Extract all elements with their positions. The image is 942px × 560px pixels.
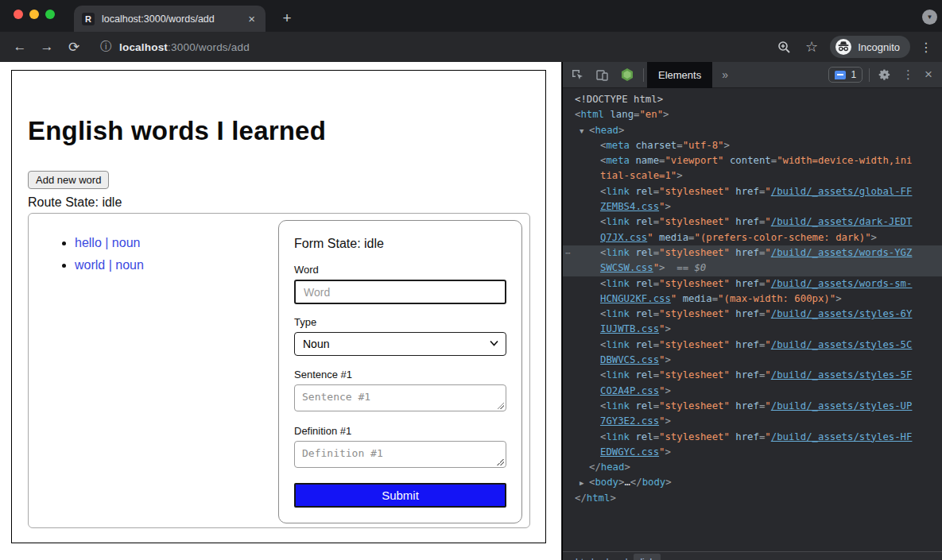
browser-tab[interactable]: R localhost:3000/words/add ×: [74, 6, 266, 32]
new-tab-button[interactable]: +: [277, 8, 297, 29]
dom-node[interactable]: EDWGYC.css">: [563, 445, 942, 460]
dom-node[interactable]: tial-scale=1">: [563, 168, 942, 183]
dom-node[interactable]: ▶<body>…</body>: [563, 475, 942, 490]
code-token-eq: =: [653, 369, 659, 380]
type-select[interactable]: Noun: [294, 332, 506, 356]
dom-node[interactable]: 7GY3E2.css">: [563, 414, 942, 429]
dom-tree[interactable]: <!DOCTYPE html><html lang="en">▼<head><m…: [563, 89, 942, 551]
url-host: localhost: [119, 41, 168, 53]
tab-close-icon[interactable]: ×: [246, 12, 258, 25]
code-token-tag: link: [606, 278, 630, 289]
code-token-attr: rel: [635, 186, 653, 197]
dom-node[interactable]: <html lang="en">: [563, 107, 942, 122]
remix-favicon-icon: R: [82, 13, 95, 25]
code-token-attr: href: [735, 339, 759, 350]
tab-search-button[interactable]: ▼: [922, 10, 937, 25]
dom-node[interactable]: CO2A4P.css">: [563, 384, 942, 399]
code-token-link: CO2A4P.css: [600, 385, 659, 396]
node-actions-icon[interactable]: ⋯: [565, 245, 570, 261]
devtools-settings-icon[interactable]: [873, 68, 897, 81]
dom-node[interactable]: DBWVCS.css">: [563, 353, 942, 368]
code-token-plain: …: [624, 477, 630, 488]
word-link[interactable]: hello | noun: [75, 236, 140, 249]
dom-node[interactable]: </html>: [563, 491, 942, 506]
code-token-val: "stylesheet": [659, 216, 730, 227]
expand-arrow-icon[interactable]: ▶: [580, 476, 589, 490]
word-input[interactable]: [294, 280, 506, 304]
code-token-link: /build/_assets/dark-JEDT: [771, 216, 913, 227]
definition-textarea[interactable]: Definition #1: [294, 441, 506, 468]
sentence-textarea[interactable]: Sentence #1: [294, 384, 506, 411]
browser-menu-icon[interactable]: ⋮: [920, 40, 932, 55]
code-token-attr: href: [735, 247, 759, 258]
dom-node[interactable]: ▼<head>: [563, 123, 942, 138]
url-path: :3000/words/add: [168, 41, 250, 53]
resize-grip-icon[interactable]: [497, 458, 504, 465]
code-token-punct: </: [589, 462, 601, 473]
add-new-word-button[interactable]: Add new word: [28, 171, 109, 189]
window-minimize-button[interactable]: [29, 10, 39, 19]
more-panels-icon[interactable]: »: [712, 68, 738, 81]
dom-node[interactable]: <link rel="stylesheet" href="/build/_ass…: [563, 214, 942, 230]
window-close-button[interactable]: [14, 10, 23, 19]
code-token-marker: == $0: [665, 262, 706, 273]
devtools-menu-icon[interactable]: ⋮: [897, 68, 920, 82]
code-token-val: "stylesheet": [659, 369, 730, 380]
address-bar[interactable]: localhost:3000/words/add: [119, 41, 250, 53]
collapse-arrow-icon[interactable]: ▼: [580, 124, 589, 138]
issues-counter[interactable]: 1: [828, 67, 863, 83]
word-list: hello | nounworld | noun: [75, 236, 144, 280]
incognito-label: Incognito: [858, 41, 900, 53]
dom-node[interactable]: <meta charset="utf-8">: [563, 138, 942, 153]
dom-node[interactable]: <link rel="stylesheet" href="/build/_ass…: [563, 399, 942, 414]
breadcrumb-item-head[interactable]: head: [600, 554, 634, 560]
submit-button[interactable]: Submit: [294, 483, 506, 508]
code-token-eq: =: [653, 308, 659, 319]
code-token-attr: href: [735, 400, 759, 411]
reload-button[interactable]: ⟳: [60, 39, 87, 56]
dom-node[interactable]: <link rel="stylesheet" href="/build/_ass…: [563, 184, 942, 199]
dom-node[interactable]: <link rel="stylesheet" href="/build/_ass…: [563, 276, 942, 292]
inspect-element-icon[interactable]: [563, 68, 590, 82]
code-token-val: "stylesheet": [659, 431, 730, 442]
code-token-punct: >: [665, 415, 670, 427]
dom-node[interactable]: IUJWTB.css">: [563, 322, 942, 337]
tab-elements[interactable]: Elements: [647, 62, 712, 88]
dom-node[interactable]: <link rel="stylesheet" href="/build/_ass…: [563, 368, 942, 383]
breadcrumb-item-link[interactable]: link: [634, 554, 661, 560]
zoom-page-icon[interactable]: [777, 41, 791, 54]
code-token-attr: content: [730, 155, 771, 166]
extension-hexagon-icon[interactable]: [614, 68, 640, 82]
dom-node[interactable]: </head>: [563, 460, 942, 475]
code-token-val: ": [765, 308, 770, 319]
dom-node-selected[interactable]: SWCSW.css"> == $0: [563, 261, 942, 276]
code-token-doc: <!DOCTYPE html>: [575, 94, 663, 105]
dom-node[interactable]: <!DOCTYPE html>: [563, 92, 942, 107]
code-token-attr: rel: [635, 431, 653, 442]
dom-node[interactable]: Q7JX.css" media="(prefers-color-scheme: …: [563, 230, 942, 245]
window-zoom-button[interactable]: [45, 10, 55, 19]
bookmark-star-icon[interactable]: ☆: [805, 38, 818, 56]
site-info-icon[interactable]: ⓘ: [100, 40, 111, 54]
code-token-attr: rel: [635, 339, 653, 350]
back-button[interactable]: ←: [6, 39, 33, 55]
device-toolbar-icon[interactable]: [590, 68, 614, 82]
dom-node[interactable]: <meta name="viewport" content="width=dev…: [563, 153, 942, 168]
dom-node[interactable]: <link rel="stylesheet" href="/build/_ass…: [563, 430, 942, 445]
word-link[interactable]: world | noun: [75, 258, 144, 272]
dom-node[interactable]: HCNGU2KF.css" media="(max-width: 600px)"…: [563, 292, 942, 307]
devtools-close-icon[interactable]: ×: [920, 67, 942, 83]
code-token-val: "en": [639, 109, 663, 120]
devtools-panel: Elements » 1 ⋮ × <!DOCTYPE html><html la…: [562, 62, 942, 560]
dom-node[interactable]: ZEMBS4.css">: [563, 199, 942, 214]
forward-button[interactable]: →: [33, 39, 60, 55]
code-token-attr: name: [635, 155, 659, 166]
dom-node[interactable]: <link rel="stylesheet" href="/build/_ass…: [563, 307, 942, 322]
resize-grip-icon[interactable]: [497, 402, 504, 409]
breadcrumb-item-html[interactable]: html: [569, 554, 600, 560]
dom-node[interactable]: <link rel="stylesheet" href="/build/_ass…: [563, 338, 942, 353]
code-token-link: /build/_assets/styles-5C: [771, 339, 913, 350]
code-token-val: ": [765, 247, 770, 258]
dom-node-selected[interactable]: ⋯<link rel="stylesheet" href="/build/_as…: [563, 245, 942, 261]
code-token-val: ": [765, 431, 770, 442]
